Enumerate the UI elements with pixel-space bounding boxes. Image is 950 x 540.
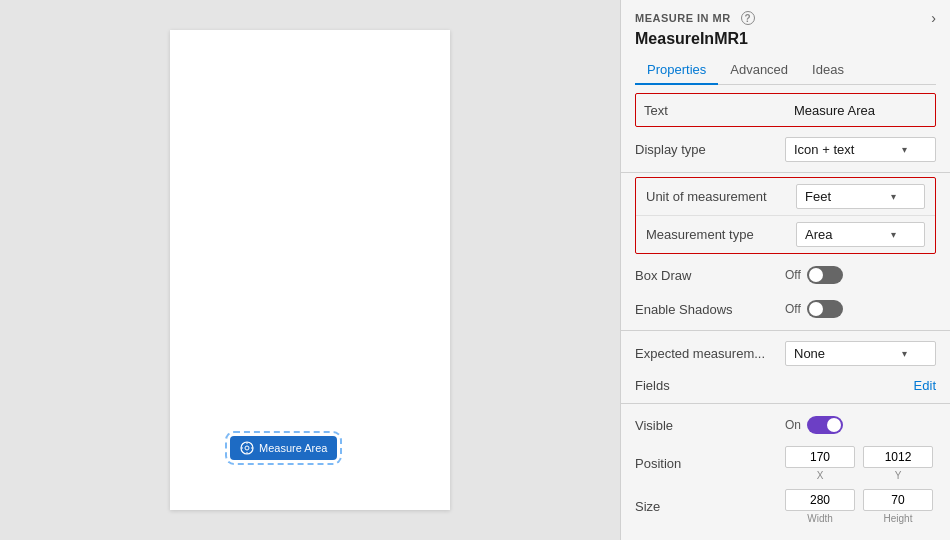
position-label: Position xyxy=(635,456,785,471)
section-label-row: MEASURE IN MR ? xyxy=(635,11,755,25)
box-draw-toggle-container: Off xyxy=(785,266,936,284)
text-value: Measure Area xyxy=(794,103,927,118)
enable-shadows-toggle-container: Off xyxy=(785,300,936,318)
mtype-chevron: ▾ xyxy=(891,229,896,240)
unit-label: Unit of measurement xyxy=(646,189,796,204)
text-property-row: Text Measure Area xyxy=(635,93,936,127)
box-draw-label: Box Draw xyxy=(635,268,785,283)
section-label: MEASURE IN MR xyxy=(635,12,731,24)
size-height-label: Height xyxy=(884,513,913,524)
position-x-label: X xyxy=(817,470,824,481)
size-width-label: Width xyxy=(807,513,833,524)
canvas-area: Measure Area xyxy=(0,0,620,540)
enable-shadows-toggle[interactable] xyxy=(807,300,843,318)
box-draw-state: Off xyxy=(785,268,801,282)
enable-shadows-state: Off xyxy=(785,302,801,316)
visible-state: On xyxy=(785,418,801,432)
position-y-label: Y xyxy=(895,470,902,481)
position-y-field: Y xyxy=(863,446,933,481)
measurement-type-label: Measurement type xyxy=(646,227,796,242)
svg-point-1 xyxy=(245,446,249,450)
position-x-input[interactable] xyxy=(785,446,855,468)
enable-shadows-row: Enable Shadows Off xyxy=(621,292,950,326)
position-inputs: X Y xyxy=(785,446,936,481)
text-label: Text xyxy=(644,103,794,118)
expand-chevron[interactable]: › xyxy=(931,10,936,26)
measure-icon xyxy=(240,441,254,455)
right-panel: MEASURE IN MR ? › MeasureInMR1 Propertie… xyxy=(620,0,950,540)
fields-label: Fields xyxy=(635,378,914,393)
expected-dropdown[interactable]: None ▾ xyxy=(785,341,936,366)
dropdown-chevron: ▾ xyxy=(902,144,907,155)
enable-shadows-label: Enable Shadows xyxy=(635,302,785,317)
tab-properties[interactable]: Properties xyxy=(635,56,718,85)
size-inputs: Width Height xyxy=(785,489,936,524)
canvas-page: Measure Area xyxy=(170,30,450,510)
visible-toggle-container: On xyxy=(785,416,936,434)
measurement-type-row: Measurement type Area ▾ xyxy=(636,216,935,253)
tab-advanced[interactable]: Advanced xyxy=(718,56,800,85)
box-draw-row: Box Draw Off xyxy=(621,258,950,292)
box-draw-toggle[interactable] xyxy=(807,266,843,284)
size-height-field: Height xyxy=(863,489,933,524)
divider-1 xyxy=(621,172,950,173)
measurement-type-dropdown[interactable]: Area ▾ xyxy=(796,222,925,247)
expected-row: Expected measurem... None ▾ xyxy=(621,335,950,372)
info-icon[interactable]: ? xyxy=(741,11,755,25)
position-row: Position X Y xyxy=(621,442,950,485)
panel-content: Text Measure Area Display type Icon + te… xyxy=(621,85,950,540)
unit-chevron: ▾ xyxy=(891,191,896,202)
visible-row: Visible On xyxy=(621,408,950,442)
position-x-field: X xyxy=(785,446,855,481)
size-row: Size Width Height xyxy=(621,485,950,528)
fields-edit-link[interactable]: Edit xyxy=(914,378,936,393)
display-type-dropdown[interactable]: Icon + text ▾ xyxy=(785,137,936,162)
unit-dropdown[interactable]: Feet ▾ xyxy=(796,184,925,209)
tab-ideas[interactable]: Ideas xyxy=(800,56,856,85)
expected-label: Expected measurem... xyxy=(635,346,785,361)
fields-row: Fields Edit xyxy=(621,372,950,399)
position-y-input[interactable] xyxy=(863,446,933,468)
display-type-label: Display type xyxy=(635,142,785,157)
unit-row: Unit of measurement Feet ▾ xyxy=(636,178,935,216)
size-width-field: Width xyxy=(785,489,855,524)
display-type-row: Display type Icon + text ▾ xyxy=(621,131,950,168)
divider-3 xyxy=(621,403,950,404)
divider-2 xyxy=(621,330,950,331)
size-label: Size xyxy=(635,499,785,514)
size-height-input[interactable] xyxy=(863,489,933,511)
component-name: MeasureInMR1 xyxy=(635,30,936,48)
visible-toggle[interactable] xyxy=(807,416,843,434)
measure-area-button[interactable]: Measure Area xyxy=(230,436,337,460)
expected-chevron: ▾ xyxy=(902,348,907,359)
panel-header: MEASURE IN MR ? › MeasureInMR1 Propertie… xyxy=(621,0,950,85)
measurement-group: Unit of measurement Feet ▾ Measurement t… xyxy=(635,177,936,254)
measure-button-label: Measure Area xyxy=(259,442,327,454)
visible-label: Visible xyxy=(635,418,785,433)
size-width-input[interactable] xyxy=(785,489,855,511)
tabs-row: Properties Advanced Ideas xyxy=(635,56,936,85)
